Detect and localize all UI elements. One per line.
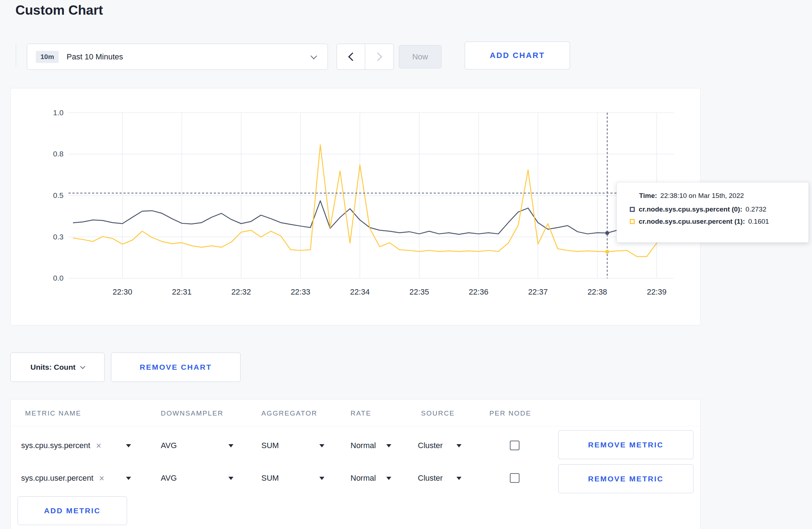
- column-header-rate: RATE: [351, 409, 371, 417]
- units-dropdown[interactable]: Units: Count: [10, 353, 105, 382]
- aggregator-select[interactable]: SUM: [261, 466, 279, 491]
- caret-down-icon[interactable]: [319, 444, 324, 447]
- caret-down-icon[interactable]: [228, 477, 233, 480]
- timeframe-arrows: [337, 44, 394, 70]
- remove-metric-button[interactable]: REMOVE METRIC: [558, 430, 693, 459]
- now-button[interactable]: Now: [399, 45, 441, 68]
- chevron-left-icon: [348, 52, 357, 61]
- column-header-aggregator: AGGREGATOR: [261, 409, 317, 417]
- source-select[interactable]: Cluster: [418, 433, 443, 458]
- source-select[interactable]: Cluster: [418, 466, 443, 491]
- metric-name-select[interactable]: sys.cpu.sys.percent ×: [21, 433, 101, 458]
- rate-select[interactable]: Normal: [351, 466, 376, 491]
- timeframe-dropdown[interactable]: 10m Past 10 Minutes: [27, 44, 328, 70]
- column-header-source: SOURCE: [421, 409, 455, 417]
- svg-text:22:32: 22:32: [231, 287, 251, 296]
- series-label: cr.node.sys.cpu.sys.percent (0):: [639, 205, 742, 213]
- svg-text:22:35: 22:35: [410, 287, 429, 296]
- clear-icon[interactable]: ×: [96, 441, 101, 450]
- chart-card: 0.00.30.50.81.022:3022:3122:3222:3322:34…: [10, 88, 701, 325]
- svg-text:1.0: 1.0: [53, 108, 63, 117]
- series-swatch-icon: [630, 207, 635, 212]
- divider: [11, 426, 700, 426]
- tooltip-time-value: 22:38:10 on Mar 15th, 2022: [660, 192, 744, 199]
- svg-text:22:34: 22:34: [350, 287, 370, 296]
- caret-down-icon[interactable]: [126, 444, 131, 447]
- column-header-per-node: PER NODE: [489, 409, 531, 417]
- svg-text:22:37: 22:37: [528, 287, 548, 296]
- metric-name: sys.cpu.sys.percent: [21, 433, 90, 458]
- chevron-right-icon: [373, 52, 382, 61]
- column-header-downsampler: DOWNSAMPLER: [161, 409, 223, 417]
- series-value: 0.2732: [745, 205, 766, 213]
- svg-text:22:30: 22:30: [113, 287, 132, 296]
- tooltip-series-row: cr.node.sys.cpu.sys.percent (0): 0.2732: [630, 205, 808, 213]
- svg-text:0.5: 0.5: [53, 191, 63, 199]
- series-swatch-icon: [630, 219, 635, 224]
- table-row: sys.cpu.sys.percent × AVG SUM Normal Clu…: [11, 433, 700, 458]
- clear-icon[interactable]: ×: [99, 474, 105, 483]
- add-chart-button[interactable]: ADD CHART: [465, 42, 570, 69]
- tooltip-series-row: cr.node.sys.cpu.user.percent (1): 0.1601: [630, 218, 808, 225]
- rate-select[interactable]: Normal: [351, 433, 376, 458]
- metric-name-select[interactable]: sys.cpu.user.percent ×: [21, 466, 104, 491]
- metrics-table: METRIC NAME DOWNSAMPLER AGGREGATOR RATE …: [10, 399, 701, 529]
- prev-timeframe-button[interactable]: [337, 44, 365, 70]
- per-node-checkbox[interactable]: [510, 441, 519, 450]
- units-label: Units: Count: [30, 363, 76, 372]
- caret-down-icon[interactable]: [386, 444, 391, 447]
- svg-text:22:31: 22:31: [172, 287, 192, 296]
- chart-tooltip: Time:22:38:10 on Mar 15th, 2022 cr.node.…: [617, 182, 809, 243]
- metrics-chart[interactable]: 0.00.30.50.81.022:3022:3122:3222:3322:34…: [11, 88, 700, 325]
- metric-name: sys.cpu.user.percent: [21, 466, 93, 491]
- custom-chart-page: Custom Chart 10m Past 10 Minutes Now ADD…: [0, 0, 812, 529]
- svg-text:22:39: 22:39: [647, 287, 667, 296]
- next-timeframe-button[interactable]: [365, 44, 394, 70]
- tooltip-time: Time:22:38:10 on Mar 15th, 2022: [639, 192, 808, 200]
- caret-down-icon[interactable]: [319, 477, 324, 480]
- caret-down-icon[interactable]: [456, 477, 461, 480]
- divider: [16, 44, 16, 67]
- svg-text:22:36: 22:36: [469, 287, 488, 296]
- table-row: sys.cpu.user.percent × AVG SUM Normal Cl…: [11, 466, 700, 491]
- page-title: Custom Chart: [15, 3, 103, 18]
- timeframe-label: Past 10 Minutes: [67, 52, 123, 62]
- svg-text:0.3: 0.3: [53, 233, 63, 241]
- caret-down-icon[interactable]: [386, 477, 391, 480]
- tooltip-time-label: Time:: [639, 192, 657, 199]
- remove-chart-button[interactable]: REMOVE CHART: [111, 353, 241, 382]
- chevron-down-icon: [310, 53, 317, 59]
- aggregator-select[interactable]: SUM: [261, 433, 279, 458]
- svg-text:0.8: 0.8: [53, 150, 63, 158]
- downsampler-select[interactable]: AVG: [161, 433, 177, 458]
- svg-text:22:33: 22:33: [291, 287, 310, 296]
- caret-down-icon[interactable]: [126, 477, 131, 480]
- caret-down-icon[interactable]: [456, 444, 461, 447]
- caret-down-icon[interactable]: [228, 444, 233, 447]
- svg-text:0.0: 0.0: [53, 274, 63, 282]
- timeframe-badge: 10m: [36, 51, 59, 63]
- add-metric-button[interactable]: ADD METRIC: [18, 496, 127, 525]
- svg-text:22:38: 22:38: [588, 287, 607, 296]
- remove-metric-button[interactable]: REMOVE METRIC: [558, 464, 693, 493]
- chevron-down-icon: [80, 364, 85, 369]
- per-node-checkbox[interactable]: [510, 473, 519, 483]
- series-value: 0.1601: [748, 218, 769, 225]
- series-label: cr.node.sys.cpu.user.percent (1):: [639, 218, 745, 225]
- downsampler-select[interactable]: AVG: [161, 466, 177, 491]
- column-header-metric-name: METRIC NAME: [25, 409, 81, 417]
